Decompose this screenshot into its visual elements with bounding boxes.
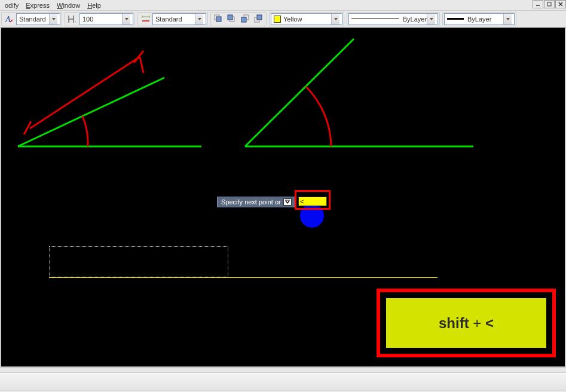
svg-line-24 (134, 51, 143, 63)
svg-line-22 (30, 57, 140, 128)
line-weight-sample (447, 18, 464, 20)
send-back-icon[interactable] (226, 13, 238, 25)
color-value: Yellow (283, 16, 302, 23)
dropdown-arrow-icon[interactable] (331, 14, 339, 24)
lineweight-value: ByLayer (467, 16, 491, 23)
menu-window[interactable]: Window (53, 1, 84, 10)
lineweight-dropdown[interactable]: ByLayer (444, 13, 515, 25)
instruction-callout: shift + < (377, 289, 556, 357)
svg-rect-12 (216, 17, 221, 22)
minimize-button[interactable] (533, 0, 543, 8)
svg-text:.: . (75, 17, 77, 23)
menu-help[interactable]: Help (84, 1, 105, 10)
dropdown-arrow-icon[interactable] (195, 14, 203, 24)
dynamic-input-tooltip: Specify next point or (217, 197, 296, 207)
dim-style-section: Standard (137, 12, 208, 26)
arrange-section (210, 12, 267, 26)
bring-above-icon[interactable] (239, 13, 251, 25)
close-button[interactable] (555, 0, 566, 8)
line-sample (351, 19, 399, 19)
send-below-icon[interactable] (252, 13, 264, 25)
menu-modify[interactable]: odify (1, 1, 22, 10)
drawing-canvas[interactable]: Specify next point or < shift + < (1, 27, 565, 367)
text-height-dropdown[interactable]: 100 (79, 13, 133, 25)
down-arrow-icon (283, 198, 292, 206)
svg-rect-14 (228, 15, 232, 20)
bottom-panel (0, 368, 566, 391)
linetype-value: ByLayer (403, 16, 427, 23)
text-height-section: . 100 (65, 12, 135, 26)
dimension-icon[interactable]: . (67, 13, 79, 25)
text-style-icon[interactable]: A (4, 13, 16, 25)
dynamic-input-field[interactable]: < (298, 197, 327, 206)
command-line[interactable] (0, 373, 566, 390)
window-controls (532, 0, 566, 11)
dropdown-arrow-icon[interactable] (503, 14, 512, 24)
instruction-text: shift + < (386, 298, 546, 348)
color-swatch (274, 16, 281, 23)
linetype-dropdown[interactable]: ByLayer (348, 13, 438, 25)
text-style-dropdown[interactable]: Standard (16, 13, 60, 25)
dropdown-arrow-icon[interactable] (49, 14, 57, 24)
dropdown-arrow-icon[interactable] (427, 14, 435, 24)
color-dropdown[interactable]: Yellow (271, 13, 342, 25)
dim-style-icon[interactable] (140, 13, 152, 25)
lineweight-section: ByLayer (442, 12, 516, 26)
svg-line-25 (140, 57, 143, 73)
text-height-value: 100 (82, 16, 93, 23)
svg-line-27 (245, 39, 354, 146)
menubar: odify Express Window Help (0, 0, 566, 11)
dropdown-arrow-icon[interactable] (122, 14, 130, 24)
color-section: Yellow (269, 12, 344, 26)
selection-rectangle (49, 246, 228, 277)
linetype-section: ByLayer (347, 12, 440, 26)
dim-style-dropdown[interactable]: Standard (152, 13, 206, 25)
yellow-line[interactable] (49, 277, 437, 278)
bring-front-icon[interactable] (213, 13, 225, 25)
toolbar: A Standard . 100 Standard (0, 11, 566, 27)
menu-express[interactable]: Express (22, 1, 53, 10)
dim-style-value: Standard (155, 16, 182, 23)
svg-text:A: A (5, 15, 11, 24)
text-style-value: Standard (19, 16, 46, 23)
command-prompt-label: Specify next point or (217, 197, 296, 207)
text-style-section: A Standard (1, 12, 62, 26)
maximize-button[interactable] (544, 0, 555, 8)
svg-rect-1 (547, 2, 551, 6)
